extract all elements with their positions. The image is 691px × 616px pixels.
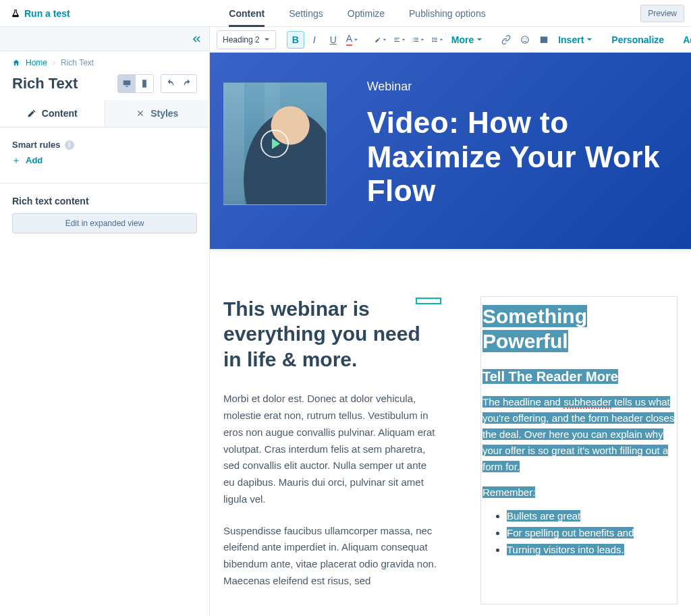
run-test-label: Run a test [24, 8, 70, 19]
left-paragraph-1: Morbi et dolor est. Donec at dolor vehic… [223, 391, 440, 507]
image-icon [539, 35, 549, 45]
bullet-2: For spelling out benefits and [507, 527, 675, 538]
right-heading-line1: Something [482, 305, 587, 327]
caret-down-icon [476, 36, 482, 43]
smart-rules-text: Smart rules [12, 140, 61, 150]
style-select[interactable]: Heading 2 [217, 30, 276, 49]
list-icon [412, 35, 419, 45]
hero-text: Webinar Video: How to Maximize Your Work… [367, 80, 691, 208]
plus-icon [12, 157, 20, 165]
tab-content[interactable]: Content [229, 0, 265, 26]
left-heading: This webinar is everything you need in l… [223, 296, 440, 372]
highlight-button[interactable] [372, 31, 389, 49]
bullet-1: Bullets are great [507, 510, 675, 522]
insert-menu[interactable]: Insert [554, 34, 597, 45]
device-desktop[interactable] [118, 75, 136, 92]
bullet-1-text: Bullets are great [507, 510, 580, 522]
breadcrumb-home[interactable]: Home [26, 58, 47, 67]
breadcrumb-sep: › [53, 58, 55, 67]
chevron-double-left-icon [190, 33, 202, 45]
redo-icon [183, 79, 192, 88]
redo-button[interactable] [179, 75, 196, 92]
tab-optimize[interactable]: Optimize [348, 0, 385, 26]
flask-icon [11, 9, 20, 18]
caret-down-icon [420, 35, 424, 45]
collapse-sidebar[interactable] [0, 27, 209, 51]
preview-button[interactable]: Preview [640, 5, 684, 22]
hero-title: Video: How to Maximize Your Work Flow [367, 106, 691, 208]
bullet-2-text: For spelling out benefits and [507, 527, 634, 538]
panel-title: Rich Text [12, 75, 78, 92]
rte-toolbar: Heading 2 B I U A More Insert Personaliz… [210, 27, 691, 53]
right-bullets: Bullets are great For spelling out benef… [482, 510, 675, 555]
italic-button[interactable]: I [306, 31, 323, 49]
tab-settings[interactable]: Settings [289, 0, 323, 26]
p-pre: The headline and [482, 396, 563, 408]
accent-decoration [416, 298, 441, 304]
right-heading-line2: Powerful [482, 330, 568, 352]
breadcrumb-current: Rich Text [61, 58, 94, 67]
caret-down-icon [402, 35, 406, 45]
caret-down-icon [439, 35, 443, 45]
p-spell-error: subheader [563, 396, 611, 409]
link-icon [501, 35, 511, 45]
body-section: This webinar is everything you need in l… [210, 253, 691, 616]
desktop-icon [122, 79, 132, 88]
advanced-menu[interactable]: Advanced [679, 34, 691, 45]
left-paragraph-2: Suspendisse faucibus ullamcorper massa, … [223, 523, 440, 590]
link-button[interactable] [497, 31, 515, 49]
undo-button[interactable] [161, 75, 179, 92]
svg-point-0 [522, 36, 529, 43]
emoji-button[interactable] [516, 31, 534, 49]
sidebar: Home › Rich Text Rich Text Content [0, 27, 210, 616]
device-mobile[interactable] [136, 75, 153, 92]
mobile-icon [140, 79, 149, 88]
page-canvas[interactable]: Webinar Video: How to Maximize Your Work… [210, 53, 691, 616]
right-paragraph: The headline and subheader tells us what… [482, 394, 675, 475]
underline-button[interactable]: U [325, 31, 342, 49]
run-test-link[interactable]: Run a test [7, 5, 74, 22]
advanced-label: Advanced [683, 34, 691, 45]
bullet-3: Turning visitors into leads. [507, 544, 675, 555]
lineheight-button[interactable] [429, 31, 446, 49]
video-thumbnail[interactable] [223, 82, 327, 205]
list-button[interactable] [410, 31, 427, 49]
right-subheading-text: Tell The Reader More [482, 369, 618, 384]
sidebar-tab-content-label: Content [42, 108, 78, 119]
play-icon [260, 130, 289, 158]
undo-redo [161, 74, 197, 93]
sidebar-tab-content[interactable]: Content [0, 100, 105, 127]
right-subheading: Tell The Reader More [482, 369, 675, 385]
style-select-label: Heading 2 [223, 35, 260, 45]
sidebar-tab-styles[interactable]: Styles [105, 100, 210, 127]
bold-button[interactable]: B [287, 31, 304, 49]
sidebar-tab-styles-label: Styles [150, 108, 178, 119]
insert-label: Insert [558, 34, 584, 45]
more-menu[interactable]: More [447, 34, 487, 45]
emoji-icon [520, 35, 530, 45]
info-icon[interactable]: i [65, 140, 74, 150]
tab-publishing[interactable]: Publishing options [409, 0, 486, 26]
rich-text-module[interactable]: SomethingPowerful Tell The Reader More T… [480, 296, 678, 605]
edit-expanded-button[interactable]: Edit in expanded view [12, 213, 197, 233]
align-icon [393, 35, 400, 45]
breadcrumb: Home › Rich Text [0, 51, 209, 72]
align-button[interactable] [391, 31, 408, 49]
bullet-3-text: Turning visitors into leads. [507, 544, 624, 555]
add-smart-rule[interactable]: Add [12, 155, 197, 165]
caret-down-icon [264, 36, 270, 43]
pencil-icon [27, 109, 36, 118]
smart-rules-label: Smart rules i [12, 140, 197, 150]
right-remember: Remember: [482, 484, 675, 501]
rich-text-content-label: Rich text content [0, 184, 209, 213]
image-button[interactable] [535, 31, 553, 49]
hero-eyebrow: Webinar [367, 80, 691, 94]
main-tabs: Content Settings Optimize Publishing opt… [229, 0, 485, 26]
remember-text: Remember: [482, 486, 535, 498]
device-toggle [117, 74, 154, 93]
caret-down-icon [586, 36, 592, 43]
text-color-button[interactable]: A [343, 31, 361, 49]
more-label: More [451, 34, 474, 45]
undo-icon [165, 79, 175, 88]
personalize-button[interactable]: Personalize [607, 34, 668, 45]
